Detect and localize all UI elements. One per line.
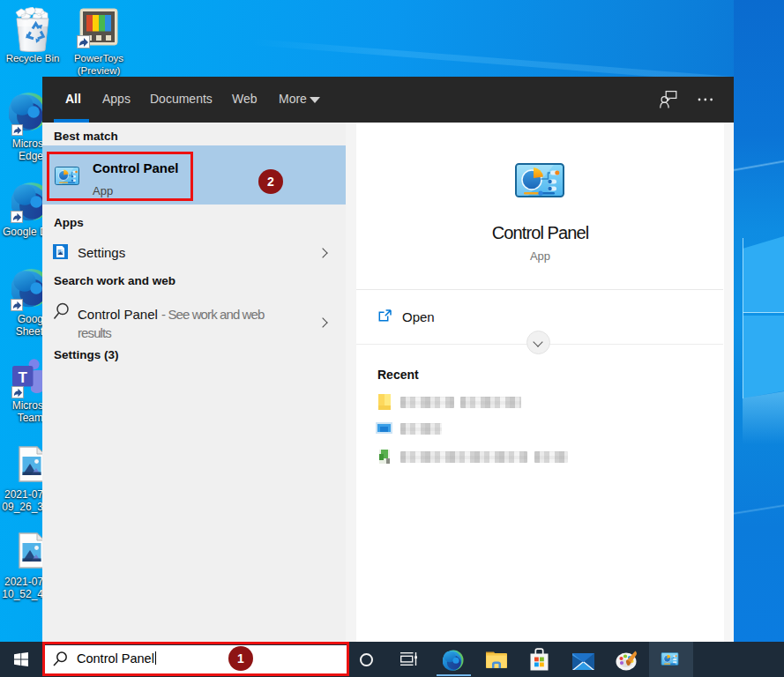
svg-text:T: T [19, 369, 28, 386]
